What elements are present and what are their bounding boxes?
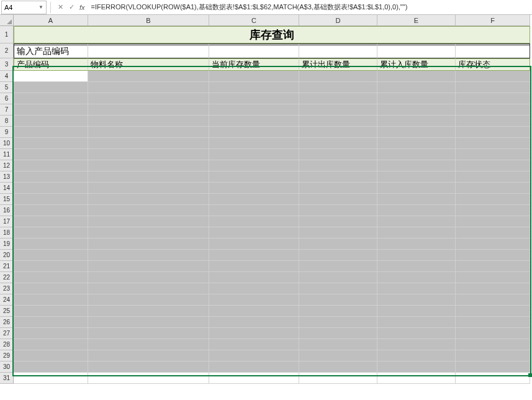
cell-a17[interactable] xyxy=(14,216,88,227)
cell-d17[interactable] xyxy=(299,216,377,227)
cell-d15[interactable] xyxy=(299,194,377,205)
cell-d29[interactable] xyxy=(299,350,377,361)
cell-b6[interactable] xyxy=(88,93,209,104)
row-header-27[interactable]: 27 xyxy=(0,328,14,339)
row-header-14[interactable]: 14 xyxy=(0,183,14,194)
cell-c26[interactable] xyxy=(209,317,299,328)
cell-f10[interactable] xyxy=(456,138,530,149)
cell-f29[interactable] xyxy=(456,350,530,361)
cell-b4[interactable] xyxy=(88,71,209,82)
cell-d25[interactable] xyxy=(299,306,377,317)
header-current-stock[interactable]: 当前库存数量 xyxy=(209,58,299,71)
cell-e29[interactable] xyxy=(377,350,456,361)
row-header-11[interactable]: 11 xyxy=(0,149,14,160)
cell-c30[interactable] xyxy=(209,361,299,373)
cell-d27[interactable] xyxy=(299,328,377,339)
cell-d14[interactable] xyxy=(299,183,377,194)
cell-c20[interactable] xyxy=(209,250,299,261)
dropdown-arrow-icon[interactable]: ▼ xyxy=(38,4,43,10)
cell-f8[interactable] xyxy=(456,116,530,127)
cell-a20[interactable] xyxy=(14,250,88,261)
cell-e14[interactable] xyxy=(377,183,456,194)
cell-e13[interactable] xyxy=(377,171,456,183)
cell-f15[interactable] xyxy=(456,194,530,205)
cell-b29[interactable] xyxy=(88,350,209,361)
cell-e31[interactable] xyxy=(377,373,456,384)
cell-e22[interactable] xyxy=(377,272,456,283)
cell-e24[interactable] xyxy=(377,294,456,306)
cell-a6[interactable] xyxy=(14,93,88,104)
cell-a4[interactable] xyxy=(14,71,88,82)
cell-d11[interactable] xyxy=(299,149,377,160)
cell-a24[interactable] xyxy=(14,294,88,306)
cell-b7[interactable] xyxy=(88,104,209,116)
cell-a19[interactable] xyxy=(14,239,88,250)
cell-a13[interactable] xyxy=(14,171,88,183)
cell-d21[interactable] xyxy=(299,261,377,272)
row-header-3[interactable]: 3 xyxy=(0,58,14,71)
input-cell-b[interactable] xyxy=(88,43,209,58)
cell-a7[interactable] xyxy=(14,104,88,116)
cell-b27[interactable] xyxy=(88,328,209,339)
cell-a30[interactable] xyxy=(14,361,88,373)
cell-f21[interactable] xyxy=(456,261,530,272)
cell-f18[interactable] xyxy=(456,227,530,239)
cell-b5[interactable] xyxy=(88,82,209,93)
cell-b24[interactable] xyxy=(88,294,209,306)
cell-c18[interactable] xyxy=(209,227,299,239)
input-cell-f[interactable] xyxy=(456,43,530,58)
cell-b10[interactable] xyxy=(88,138,209,149)
col-header-d[interactable]: D xyxy=(299,15,377,26)
cell-d12[interactable] xyxy=(299,160,377,171)
cell-c17[interactable] xyxy=(209,216,299,227)
cell-d8[interactable] xyxy=(299,116,377,127)
cell-f5[interactable] xyxy=(456,82,530,93)
row-header-16[interactable]: 16 xyxy=(0,205,14,216)
cell-a23[interactable] xyxy=(14,283,88,294)
cell-c19[interactable] xyxy=(209,239,299,250)
cell-b26[interactable] xyxy=(88,317,209,328)
cell-e27[interactable] xyxy=(377,328,456,339)
cell-b9[interactable] xyxy=(88,127,209,138)
cell-a9[interactable] xyxy=(14,127,88,138)
cell-b19[interactable] xyxy=(88,239,209,250)
cell-b31[interactable] xyxy=(88,373,209,384)
input-cell-d[interactable] xyxy=(299,43,377,58)
cell-d26[interactable] xyxy=(299,317,377,328)
cell-c4[interactable] xyxy=(209,71,299,82)
cell-e28[interactable] xyxy=(377,339,456,350)
cell-f20[interactable] xyxy=(456,250,530,261)
row-header-6[interactable]: 6 xyxy=(0,93,14,104)
cell-e21[interactable] xyxy=(377,261,456,272)
cell-b18[interactable] xyxy=(88,227,209,239)
cell-a27[interactable] xyxy=(14,328,88,339)
cell-f28[interactable] xyxy=(456,339,530,350)
cell-a25[interactable] xyxy=(14,306,88,317)
cell-e18[interactable] xyxy=(377,227,456,239)
cell-d28[interactable] xyxy=(299,339,377,350)
cell-c9[interactable] xyxy=(209,127,299,138)
cell-a14[interactable] xyxy=(14,183,88,194)
row-header-13[interactable]: 13 xyxy=(0,171,14,183)
select-all-corner[interactable] xyxy=(0,15,14,26)
cell-d31[interactable] xyxy=(299,373,377,384)
cancel-formula-icon[interactable]: ✕ xyxy=(55,2,66,13)
cell-b8[interactable] xyxy=(88,116,209,127)
cell-c12[interactable] xyxy=(209,160,299,171)
row-header-4[interactable]: 4 xyxy=(0,71,14,82)
cell-f9[interactable] xyxy=(456,127,530,138)
cell-d22[interactable] xyxy=(299,272,377,283)
cell-e25[interactable] xyxy=(377,306,456,317)
cell-a10[interactable] xyxy=(14,138,88,149)
cell-e30[interactable] xyxy=(377,361,456,373)
cell-e6[interactable] xyxy=(377,93,456,104)
cell-a21[interactable] xyxy=(14,261,88,272)
cell-d30[interactable] xyxy=(299,361,377,373)
cell-c25[interactable] xyxy=(209,306,299,317)
col-header-c[interactable]: C xyxy=(209,15,299,26)
cell-f6[interactable] xyxy=(456,93,530,104)
cell-f11[interactable] xyxy=(456,149,530,160)
cell-b12[interactable] xyxy=(88,160,209,171)
cell-d6[interactable] xyxy=(299,93,377,104)
header-product-code[interactable]: 产品编码 xyxy=(14,58,88,71)
